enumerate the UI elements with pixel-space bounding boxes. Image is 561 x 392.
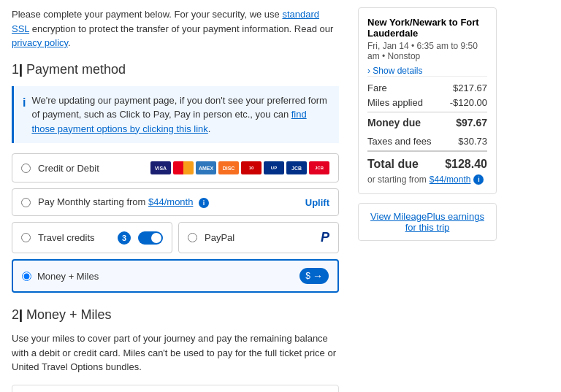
total-due-row: Total due $128.40 [367, 150, 487, 171]
taxes-label: Taxes and fees [367, 136, 431, 147]
arrow-icon: → [313, 270, 323, 282]
toggle-knob [151, 233, 161, 243]
money-miles-icon: $ → [299, 268, 329, 284]
section2-description: Use your miles to cover part of your jou… [12, 331, 339, 374]
sidebar: New York/Newark to Fort Lauderdale Fri, … [351, 7, 504, 392]
privacy-link[interactable]: privacy policy [12, 37, 68, 48]
flight-route: New York/Newark to Fort Lauderdale [367, 17, 487, 39]
credit-debit-label: Credit or Debit [38, 163, 143, 174]
mastercard-icon [173, 161, 194, 174]
info-box-text: We're updating our payment page, if you … [31, 93, 330, 137]
visa-icon: VISA [150, 161, 171, 174]
or-starting-row: or starting from $44/month i [367, 174, 487, 185]
section2: 2| Money + Miles Use your miles to cover… [12, 307, 339, 392]
mileage-earnings-link[interactable]: View MileagePlus earnings for this trip [358, 203, 497, 241]
payment-option-paypal[interactable]: PayPal P [178, 222, 339, 253]
slider-container: Drag the slider or select the amount of … [12, 385, 339, 393]
credit-debit-radio[interactable] [21, 164, 31, 173]
card-icon-1: 10 [241, 161, 262, 174]
intro-text: Please complete your payment below. For … [12, 7, 339, 50]
miles-applied-row: Miles applied -$120.00 [367, 97, 487, 108]
payment-option-money-miles[interactable]: Money + Miles $ → [12, 259, 339, 293]
total-due-label: Total due [367, 158, 419, 171]
info-box: i We're updating our payment page, if yo… [12, 86, 339, 144]
jcb-icon: JCB [286, 161, 307, 174]
travel-credits-label: Travel credits [38, 232, 110, 243]
uplift-link[interactable]: Uplift [305, 197, 329, 208]
payment-option-monthly[interactable]: Pay Monthly starting from $44/month i Up… [12, 188, 339, 216]
card-icon-2: UP [264, 161, 284, 174]
paypal-label: PayPal [205, 232, 313, 243]
miles-applied-label: Miles applied [367, 97, 423, 108]
money-miles-radio[interactable] [22, 272, 31, 281]
info-icon: i [23, 94, 26, 112]
fare-label: Fare [367, 82, 387, 93]
paypal-radio[interactable] [188, 233, 197, 242]
miles-applied-value: -$120.00 [450, 97, 487, 108]
monthly-sidebar-info-icon[interactable]: i [473, 174, 484, 185]
payment-option-travel-credits[interactable]: Travel credits 3 [12, 222, 172, 253]
travel-credits-toggle[interactable] [138, 231, 163, 245]
show-details-link[interactable]: Show details [367, 66, 422, 76]
money-due-row: Money due $97.67 [367, 112, 487, 128]
discover-icon: DISC [218, 161, 239, 174]
fare-value: $217.67 [453, 82, 487, 93]
flight-details: Fri, Jan 14 • 6:35 am to 9:50 am • Nonst… [367, 41, 487, 61]
money-due-sidebar-value: $97.67 [456, 117, 487, 128]
toggle-track [138, 231, 163, 245]
fare-row: Fare $217.67 [367, 76, 487, 93]
money-miles-label: Money + Miles [37, 271, 294, 282]
section1-title: 1| Payment method [12, 62, 339, 77]
card-icon-3: JCB [309, 161, 329, 174]
money-due-sidebar-label: Money due [367, 117, 421, 128]
monthly-radio[interactable] [21, 198, 31, 207]
monthly-sidebar-link[interactable]: $44/month [430, 174, 471, 185]
monthly-amount-link[interactable]: $44/month [148, 196, 193, 207]
monthly-label: Pay Monthly starting from $44/month i [38, 196, 209, 208]
paypal-icon: P [321, 230, 329, 245]
monthly-info-icon[interactable]: i [199, 198, 209, 208]
section2-title: 2| Money + Miles [12, 307, 339, 323]
travel-credits-badge: 3 [118, 231, 131, 245]
flight-summary-card: New York/Newark to Fort Lauderdale Fri, … [358, 7, 497, 194]
amex-icon: AMEX [196, 161, 216, 174]
travel-credits-radio[interactable] [21, 233, 31, 242]
taxes-row: Taxes and fees $30.73 [367, 132, 487, 147]
total-due-value: $128.40 [445, 158, 487, 171]
two-col-options: Travel credits 3 PayPal P [12, 222, 339, 253]
card-icons: VISA AMEX DISC 10 UP JCB JCB [150, 161, 329, 174]
taxes-value: $30.73 [458, 136, 487, 147]
payment-option-credit-debit[interactable]: Credit or Debit VISA AMEX DISC 10 UP JCB… [12, 153, 339, 182]
